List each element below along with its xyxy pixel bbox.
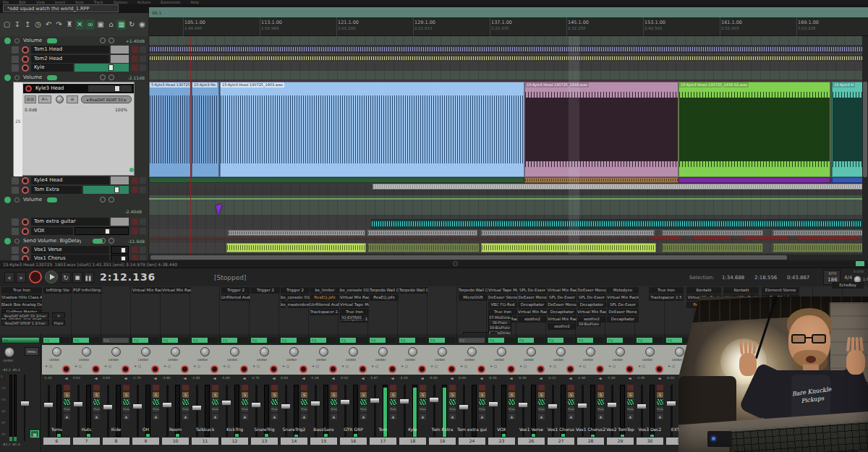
fader-handle[interactable]	[105, 229, 110, 234]
media-item[interactable]: 5-Kyle3 Head 130725	[149, 82, 191, 177]
solo-button[interactable]: S	[271, 392, 278, 398]
envelope-knob2-icon[interactable]	[109, 38, 114, 43]
channel-fx-slot[interactable]: FX	[458, 337, 485, 344]
solo-button[interactable]: S	[301, 392, 307, 398]
fx-slot[interactable]: Virtual Mix Rack	[132, 287, 161, 294]
volume-fader[interactable]	[111, 55, 129, 63]
io-button[interactable]: ▲	[360, 414, 367, 419]
hardware-output-slot[interactable]: ReaDAT ADAT 33 2(hw)	[1, 312, 49, 318]
mute-button[interactable]	[271, 385, 278, 391]
routing-icon[interactable]	[242, 399, 248, 405]
mute-button[interactable]	[64, 385, 70, 391]
fx-slot[interactable]: Unfiltered Audio Bas	[310, 302, 339, 308]
record-arm-button[interactable]	[477, 365, 485, 373]
pan-knob[interactable]	[467, 347, 477, 357]
phase-button[interactable]: Phase	[123, 406, 129, 412]
volume-fader[interactable]	[111, 176, 129, 184]
fx-slot[interactable]: Trackspacer 2.5	[310, 309, 339, 315]
fx-slot[interactable]: Torpedo Wall OF!	[370, 287, 399, 294]
solo-button[interactable]	[140, 56, 146, 62]
solo-button[interactable]: S	[331, 392, 337, 398]
fx-slot[interactable]: SPL De-Esser	[548, 294, 576, 301]
fx-slot[interactable]: Decapitator	[607, 316, 639, 323]
pan-knob[interactable]	[438, 347, 447, 357]
timeline-ruler[interactable]: 105.1.001:40.645113.1.001:50.968121.1.00…	[149, 17, 868, 36]
zoom-button[interactable]	[856, 261, 864, 266]
fx-slot[interactable]: SPL De-Esser	[518, 287, 547, 294]
fx-slot[interactable]: Kontakt	[686, 287, 721, 294]
fx-slot[interactable]: SPL De-Esser	[607, 302, 639, 308]
media-item[interactable]	[662, 243, 763, 252]
master-pan-knob[interactable]	[4, 347, 14, 357]
channel-fx-slot[interactable]: FX	[310, 337, 337, 344]
envelope-knob2-icon[interactable]	[109, 238, 114, 244]
fx-slot[interactable]: Torpedo Wall OF!	[459, 287, 488, 294]
track-row[interactable]: Tom2 Head	[0, 55, 148, 64]
mute-button[interactable]	[132, 228, 138, 234]
pan-knob[interactable]	[378, 347, 388, 357]
routing-icon[interactable]	[390, 399, 396, 405]
envelope-bypass-icon[interactable]	[14, 197, 20, 202]
mute-button[interactable]	[153, 385, 159, 391]
media-item[interactable]	[226, 243, 366, 252]
send-slot[interactable]: 31-EXTRAS	[340, 314, 363, 320]
phase-button[interactable]: Phase	[153, 406, 159, 412]
io-selector[interactable]: ◂ ReaDAT ADAT 33 ▸	[81, 95, 132, 103]
envelope-knob2-icon[interactable]	[109, 74, 114, 80]
fader-handle[interactable]	[192, 405, 202, 411]
phase-button[interactable]: Phase	[449, 406, 456, 412]
fader-handle[interactable]	[132, 404, 142, 409]
fx-slot[interactable]: bx_console SSL	[281, 294, 310, 301]
solo-button[interactable]: S	[597, 392, 604, 398]
channel-fx-slot[interactable]: FX	[191, 337, 218, 344]
fx-slot[interactable]: True Iron	[1, 287, 42, 294]
fx-slot[interactable]: Trigger 2	[251, 287, 280, 294]
width-controls[interactable]: + ○	[341, 364, 349, 368]
fx-slot[interactable]: DeEsser Mono	[577, 287, 606, 294]
fx-slot[interactable]: Virtual Tape Machine	[340, 302, 369, 308]
master-fx-slot[interactable]: FX	[1, 337, 40, 344]
record-arm-button[interactable]	[270, 365, 278, 373]
io-button[interactable]: ▲	[657, 414, 663, 419]
mute-button[interactable]	[182, 385, 189, 391]
record-arm-button[interactable]	[448, 365, 456, 373]
fx-slot[interactable]: ReaEQ.jsfx	[310, 294, 339, 301]
pan-knob[interactable]	[408, 347, 417, 357]
pan-knob[interactable]	[289, 347, 299, 357]
pan-knob[interactable]	[497, 347, 506, 357]
media-item[interactable]	[367, 230, 477, 236]
phase-button[interactable]: Phase	[360, 406, 367, 412]
envelope-knob-icon[interactable]	[100, 74, 106, 80]
record-button[interactable]	[29, 270, 42, 283]
media-item[interactable]	[678, 177, 830, 183]
io-button[interactable]: ▲	[242, 414, 248, 419]
mute-button[interactable]	[479, 385, 485, 391]
fx-slot[interactable]: Virtual Mix Rack	[340, 294, 369, 301]
record-arm-button[interactable]	[507, 365, 515, 373]
fader-handle[interactable]	[114, 187, 119, 193]
record-arm-button[interactable]	[210, 365, 218, 373]
mute-button[interactable]	[123, 385, 129, 391]
routing-icon[interactable]	[153, 399, 159, 405]
width-controls[interactable]: + ○	[668, 364, 675, 368]
fx-slot[interactable]: Virtual Mix Rack	[548, 287, 576, 294]
phase-button[interactable]: Phase	[93, 406, 100, 412]
stop-button[interactable]: ■	[72, 272, 82, 283]
fx-slot[interactable]: ReaEQ.jsfx	[370, 294, 399, 301]
channel-fx-slot[interactable]: FX	[369, 337, 396, 344]
pan-knob[interactable]	[171, 347, 180, 357]
solo-button[interactable]	[140, 177, 146, 184]
fx-slot[interactable]: Virtual Mix Rack	[607, 294, 639, 301]
fx-slot[interactable]: Trigger 2	[281, 287, 310, 294]
width-controls[interactable]: + ○	[579, 364, 586, 368]
envelope-icon[interactable]: ▣	[96, 20, 106, 30]
width-controls[interactable]: + ○	[45, 364, 52, 368]
fx-slot[interactable]: bx_console SSL 900	[340, 287, 369, 294]
record-arm-button[interactable]	[626, 365, 634, 373]
fader-handle[interactable]	[121, 247, 126, 253]
mute-button[interactable]	[212, 385, 218, 391]
master-fader-handle[interactable]	[20, 401, 30, 406]
route-button[interactable]: ≡	[67, 95, 78, 103]
record-arm-button[interactable]	[22, 64, 29, 72]
fx-slot[interactable]: PSP InfiniStrip Ste	[73, 287, 102, 294]
